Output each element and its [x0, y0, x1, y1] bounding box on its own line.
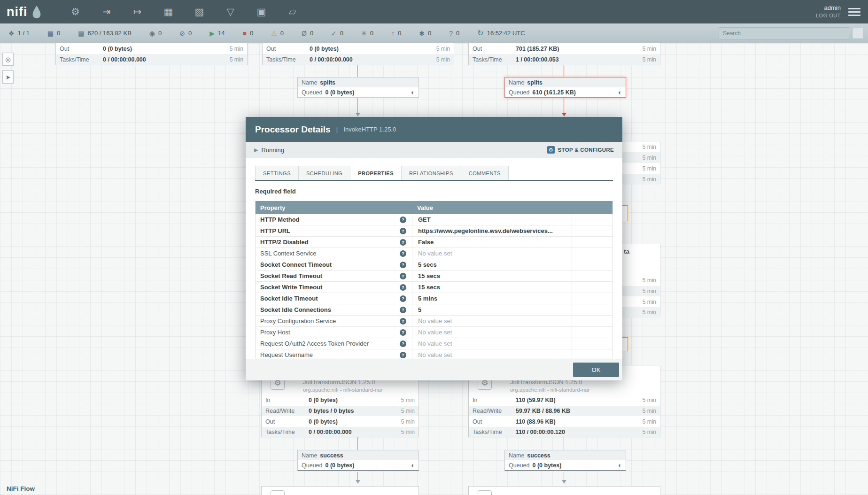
property-row: SSL Context Service?No value set [256, 248, 612, 259]
dialog-footer: OK [246, 359, 622, 380]
property-name: Socket Read Timeout [260, 272, 322, 279]
invalid-icon: ⚠ [271, 30, 277, 37]
search-settings-button[interactable] [852, 28, 863, 39]
property-value: No value set [418, 317, 452, 325]
running-state-icon: ▶ [254, 147, 258, 153]
tab-settings[interactable]: SETTINGS [255, 166, 299, 180]
help-icon[interactable]: ? [400, 217, 406, 223]
global-menu-icon[interactable] [848, 6, 860, 18]
running-icon: ▶ [209, 30, 215, 37]
funnel-button[interactable]: ▽ [224, 5, 238, 19]
help-icon[interactable]: ? [400, 307, 406, 313]
property-row: Socket Idle Timeout?5 mins [256, 293, 612, 304]
output-port-button[interactable]: ↦ [131, 5, 145, 19]
property-name: HTTP Method [260, 216, 300, 223]
operate-palette-button[interactable]: ➤ [2, 70, 14, 84]
stop-and-configure-button[interactable]: ⚙ STOP & CONFIGURE [547, 146, 614, 154]
current-user: admin [816, 4, 841, 13]
last-refresh: ↻16:52:42 UTC [477, 29, 525, 38]
property-row: Proxy Configuration Service?No value set [256, 316, 612, 327]
sync-failure-count: ?0 [449, 30, 459, 37]
dialog-title-separator: | [336, 125, 338, 133]
locally-modified-count: ✳0 [361, 30, 373, 37]
property-value: 15 secs [418, 284, 440, 291]
connection-label-splits-alert[interactable]: Namesplits Queued610 (161.25 KB)◐ [504, 77, 626, 98]
not-transmitting-status: ⊘0 [179, 30, 192, 37]
property-name: HTTP/2 Disabled [260, 239, 309, 246]
property-value: False [418, 239, 434, 246]
remote-process-group-button[interactable]: ▧ [193, 5, 207, 19]
processor-partial[interactable] [468, 486, 660, 495]
cluster-icon: ❖ [8, 30, 15, 37]
property-row: Request OAuth2 Access Token Provider?No … [256, 338, 612, 349]
property-name: Socket Connect Timeout [260, 261, 332, 268]
ok-button[interactable]: OK [573, 363, 619, 377]
tab-comments[interactable]: COMMENTS [461, 166, 509, 180]
connection-label-success[interactable]: Namesuccess Queued0 (0 bytes)◐ [504, 450, 626, 471]
queued-icon: ▤ [78, 30, 84, 37]
process-group-icon: ▦ [164, 6, 173, 17]
property-row: Request Username?No value set [256, 349, 612, 358]
running-status-count: ▶14 [209, 30, 225, 37]
template-button[interactable]: ▣ [255, 5, 269, 19]
active-threads-status: ▦0 [47, 30, 60, 37]
cluster-status: ❖1 / 1 [8, 30, 30, 37]
property-value: 5 mins [418, 295, 437, 302]
processor-bundle: org.apache.nifi - nifi-standard-nar [303, 387, 382, 393]
load-balance-icon: ◐ [618, 89, 622, 96]
property-value: No value set [418, 250, 452, 257]
help-icon[interactable]: ? [400, 329, 406, 336]
tab-scheduling[interactable]: SCHEDULING [298, 166, 350, 180]
processor-button[interactable]: ⚙ [69, 5, 83, 19]
property-row: Proxy Host?No value set [256, 327, 612, 338]
dialog-body: SETTINGS SCHEDULING PROPERTIES RELATIONS… [246, 158, 622, 380]
logout-link[interactable]: LOG OUT [816, 12, 841, 20]
stopped-status-count: ■0 [242, 30, 253, 37]
flow-arrow-icon [562, 480, 566, 484]
help-icon[interactable]: ? [400, 352, 406, 358]
help-icon[interactable]: ? [400, 228, 406, 234]
status-bar: ❖1 / 1 ▦0 ▤620 / 163.82 KB ◉0 ⊘0 ▶14 ■0 … [0, 23, 868, 43]
dialog-tabs: SETTINGS SCHEDULING PROPERTIES RELATIONS… [255, 166, 613, 181]
processor-stats-partial[interactable]: Out0 (0 bytes)5 min Tasks/Time0 / 00:00:… [55, 43, 248, 65]
load-balance-icon: ◐ [618, 462, 622, 469]
breadcrumb[interactable]: NiFi Flow [7, 485, 35, 492]
stopped-icon: ■ [242, 30, 246, 37]
refresh-icon[interactable]: ↻ [477, 29, 483, 38]
help-icon[interactable]: ? [400, 239, 406, 246]
help-icon[interactable]: ? [400, 250, 406, 257]
label-button[interactable]: ▱ [286, 5, 300, 19]
help-icon[interactable]: ? [400, 262, 406, 268]
property-value: 5 secs [418, 261, 437, 268]
processor-partial[interactable] [261, 486, 419, 495]
property-name: Proxy Host [260, 329, 290, 336]
connection-label-success[interactable]: Namesuccess Queued0 (0 bytes)◐ [297, 450, 419, 471]
locally-modified-stale-icon: ✱ [419, 30, 425, 37]
properties-table: Property Value HTTP Method?GET HTTP URL?… [255, 201, 613, 358]
search-input[interactable] [719, 27, 849, 39]
nifi-droplet-icon [31, 5, 42, 19]
help-icon[interactable]: ? [400, 318, 406, 325]
processor-type-icon [478, 490, 492, 495]
processor-stats-partial[interactable]: Out701 (185.27 KB)5 min Tasks/Time1 / 00… [468, 43, 660, 65]
connection-label-splits[interactable]: Namesplits Queued0 (0 bytes)◐ [297, 77, 419, 98]
processor-stats-partial[interactable]: Out0 (0 bytes)5 min Tasks/Time0 / 00:00:… [262, 43, 454, 65]
component-toolbar: ⚙ ⇥ ↦ ▦ ▧ ▽ ▣ ▱ [69, 5, 300, 19]
process-group-button[interactable]: ▦ [162, 5, 176, 19]
help-icon[interactable]: ? [400, 273, 406, 279]
tab-relationships[interactable]: RELATIONSHIPS [401, 166, 461, 180]
flow-connection-line-alert [564, 98, 564, 113]
navigate-palette-button[interactable]: ◎ [2, 53, 14, 66]
input-port-button[interactable]: ⇥ [100, 5, 114, 19]
active-threads-icon: ▦ [47, 30, 54, 37]
property-name: Proxy Configuration Service [260, 317, 336, 325]
user-block: admin LOG OUT [816, 4, 848, 20]
flow-connection-line [564, 437, 564, 450]
property-name: Socket Write Timeout [260, 284, 322, 291]
tab-properties[interactable]: PROPERTIES [350, 166, 402, 180]
help-icon[interactable]: ? [400, 284, 406, 291]
processor-name-fragment: ta [624, 248, 629, 255]
help-icon[interactable]: ? [400, 295, 406, 302]
template-icon: ▣ [257, 6, 266, 17]
help-icon[interactable]: ? [400, 340, 406, 347]
